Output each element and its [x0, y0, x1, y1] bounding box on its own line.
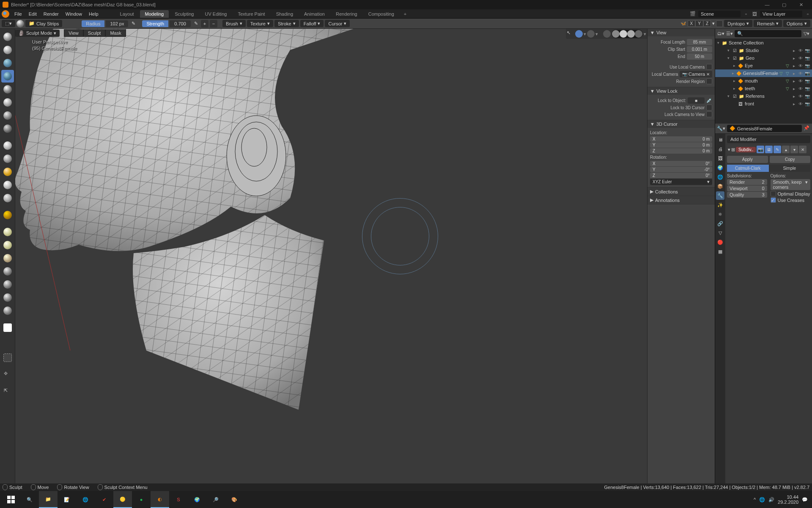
render-levels-input[interactable]: Render2 — [727, 179, 767, 185]
scene-field[interactable]: Scene — [698, 11, 741, 17]
ptab-output[interactable]: 🖨 — [716, 145, 724, 153]
tool-flatten[interactable] — [1, 152, 14, 165]
shading-wireframe[interactable] — [612, 30, 620, 38]
taskbar-browser[interactable]: 🌍 — [188, 491, 206, 508]
outliner-row[interactable]: ▸🔶Genesis8Female▽▽▸👁📷 — [715, 69, 812, 77]
optimal-checkbox[interactable] — [771, 191, 776, 196]
lock-camera-checkbox[interactable] — [706, 111, 712, 117]
workspace-tab-layout[interactable]: Layout — [115, 10, 139, 18]
modifier-up-button[interactable]: ▴ — [782, 146, 790, 153]
ptab-texture[interactable]: ▦ — [716, 247, 724, 256]
tool-grab[interactable] — [1, 226, 14, 238]
scene-browse-icon[interactable]: 🎬 — [689, 10, 697, 18]
brush-select[interactable]: 📁 Clay Strips — [25, 20, 62, 27]
workspace-tab-texpaint[interactable]: Texture Paint — [233, 10, 270, 18]
cursor-loc-z[interactable]: Z0 m — [650, 148, 712, 154]
clip-start-input[interactable]: 0.001 m — [687, 46, 712, 52]
notifications-icon[interactable]: 💬 — [802, 497, 808, 502]
tool-blob[interactable] — [1, 109, 14, 122]
mode-select[interactable]: 🗿 Sculpt Mode ▾ — [15, 30, 60, 37]
shading-matcap[interactable] — [627, 30, 635, 38]
strength-pressure-icon[interactable]: ✎ — [192, 20, 200, 28]
outliner-row[interactable]: ▾☑📁Referens▸👁📷 — [715, 92, 812, 100]
xray-toggle[interactable] — [603, 30, 611, 38]
tool-pose[interactable] — [1, 278, 14, 291]
mirror-z[interactable]: Z — [703, 20, 711, 27]
uv-smooth-select[interactable]: Smooth, keep corners▾ — [771, 179, 811, 190]
modifier-down-button[interactable]: ▾ — [790, 146, 798, 153]
outliner-display-select[interactable]: ☰▾ — [726, 30, 733, 38]
tool-smooth[interactable] — [1, 139, 14, 152]
viewlayer-field[interactable]: View Layer — [760, 11, 802, 17]
minimize-button[interactable]: — — [759, 0, 776, 9]
tool-fill[interactable] — [1, 166, 14, 178]
cursor-loc-y[interactable]: Y0 m — [650, 142, 712, 148]
scene-new-button[interactable]: ▫ — [742, 10, 750, 18]
tool-slide[interactable] — [1, 321, 14, 334]
render-region-checkbox[interactable] — [706, 78, 712, 84]
taskbar-magnify[interactable]: 🔎 — [206, 491, 225, 508]
pin-icon[interactable]: 📌 — [804, 125, 810, 132]
ptab-physics[interactable]: ⚛ — [716, 210, 724, 218]
lock-cursor-checkbox[interactable] — [706, 105, 712, 110]
modifier-edit-toggle[interactable]: ✎ — [774, 146, 781, 153]
direction-add-button[interactable]: + — [201, 20, 208, 28]
ptab-material[interactable]: 🔴 — [716, 238, 724, 246]
cursor-rot-y[interactable]: Y-0° — [650, 167, 712, 172]
tool-rotate[interactable] — [1, 304, 14, 317]
viewlayer-new-button[interactable]: ▫ — [804, 10, 812, 18]
collections-header[interactable]: ▶ Collections — [647, 188, 715, 196]
ptab-scene[interactable]: 🌍 — [716, 163, 724, 172]
gizmo-toggle[interactable] — [575, 30, 583, 38]
maximize-button[interactable]: ▢ — [776, 0, 793, 9]
overlay-toggle[interactable] — [587, 30, 595, 38]
3d-viewport[interactable]: 🗿 Sculpt Mode ▾ View Sculpt Mask User Pe… — [15, 29, 647, 483]
outliner-row[interactable]: ▾☑📁Studio▸👁📷 — [715, 47, 812, 54]
ptab-modifier[interactable]: 🔧 — [716, 191, 724, 200]
modifier-realtime-toggle[interactable]: 🖥 — [765, 146, 773, 153]
annotations-header[interactable]: ▶ Annotations — [647, 196, 715, 204]
menu-window[interactable]: Window — [62, 10, 85, 18]
menu-file[interactable]: File — [11, 10, 25, 18]
ptab-mesh[interactable]: ▽ — [716, 229, 724, 237]
outliner[interactable]: ▾📁Scene Collection ▾☑📁Studio▸👁📷▾☑📁Geo▸👁📷… — [715, 39, 812, 124]
tool-draw[interactable] — [1, 30, 14, 43]
focal-length-input[interactable]: 85 mm — [687, 39, 712, 45]
workspace-tab-modeling[interactable]: Modeling — [140, 10, 169, 18]
editor-type-select[interactable]: ⬚▾ — [2, 20, 15, 27]
tool-nudge[interactable] — [1, 291, 14, 304]
radius-pressure-icon[interactable]: ✎ — [129, 20, 137, 28]
outliner-row-scene-collection[interactable]: ▾📁Scene Collection — [715, 39, 812, 47]
cursor3d-panel-header[interactable]: ▼ 3D Cursor — [647, 120, 715, 128]
falloff-popover[interactable]: Falloff ▾ — [300, 20, 324, 27]
menu-edit[interactable]: Edit — [25, 10, 40, 18]
tool-box-mask[interactable] — [1, 351, 14, 364]
copy-button[interactable]: Copy — [770, 156, 811, 163]
stroke-popover[interactable]: Stroke ▾ — [274, 20, 299, 27]
dyntopo-toggle[interactable] — [716, 20, 723, 27]
tray-volume-icon[interactable]: 🔊 — [768, 497, 774, 502]
direction-sub-button[interactable]: − — [210, 20, 217, 28]
dyntopo-popover[interactable]: Dyntopo ▾ — [724, 20, 752, 27]
brush-popover[interactable]: Brush ▾ — [222, 20, 246, 27]
taskbar-paint[interactable]: 🎨 — [225, 491, 244, 508]
tool-scrape[interactable] — [1, 179, 14, 191]
tool-clay-strips[interactable] — [1, 70, 14, 83]
workspace-tab-comp[interactable]: Compositing — [363, 10, 399, 18]
modifier-name-input[interactable]: Subdiv.. — [736, 147, 756, 152]
system-tray[interactable]: ^ 🌐 🔊 10.44 29.2.2020 💬 — [754, 494, 810, 505]
tool-snake-hook[interactable] — [1, 252, 14, 265]
disclose-icon[interactable]: ▾ — [728, 147, 730, 152]
taskbar-explorer[interactable]: 📁 — [39, 491, 58, 508]
outliner-filter-icon[interactable]: ▽▾ — [803, 30, 810, 38]
texture-popover[interactable]: Texture ▾ — [247, 20, 273, 27]
ptab-viewlayer[interactable]: 🖼 — [716, 154, 724, 163]
cursor-popover[interactable]: Cursor ▾ — [325, 20, 350, 27]
strength-input[interactable]: 0.700 — [170, 20, 191, 27]
options-popover[interactable]: Options ▾ — [783, 20, 810, 27]
rotation-mode-select[interactable]: XYZ Euler▾ — [650, 179, 712, 185]
lock-object-select[interactable]: ■ — [688, 97, 705, 104]
modifier-render-toggle[interactable]: 📷 — [757, 146, 764, 153]
tool-pinch[interactable] — [1, 209, 14, 221]
outliner-row[interactable]: ▾☑📁Geo▸👁📷 — [715, 54, 812, 62]
